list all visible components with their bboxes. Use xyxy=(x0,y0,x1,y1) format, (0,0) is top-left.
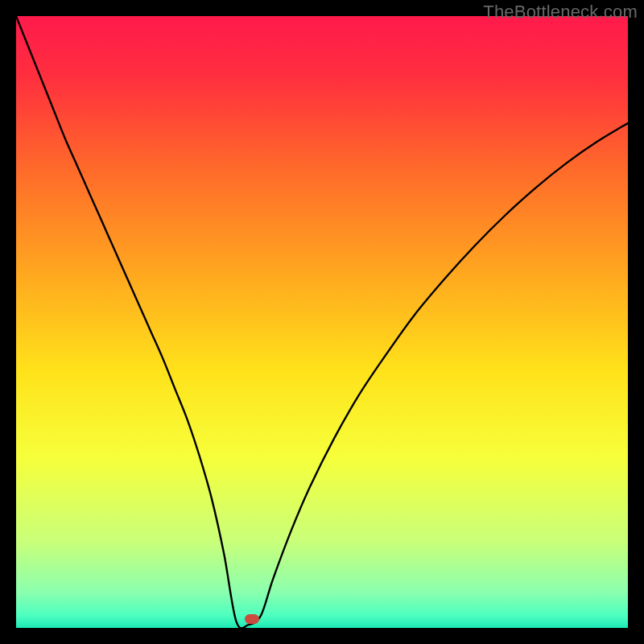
watermark-text: TheBottleneck.com xyxy=(483,2,638,23)
chart-frame: TheBottleneck.com xyxy=(0,0,644,644)
current-config-marker xyxy=(245,614,259,624)
gradient-background xyxy=(16,16,628,628)
chart-plot xyxy=(16,16,628,628)
